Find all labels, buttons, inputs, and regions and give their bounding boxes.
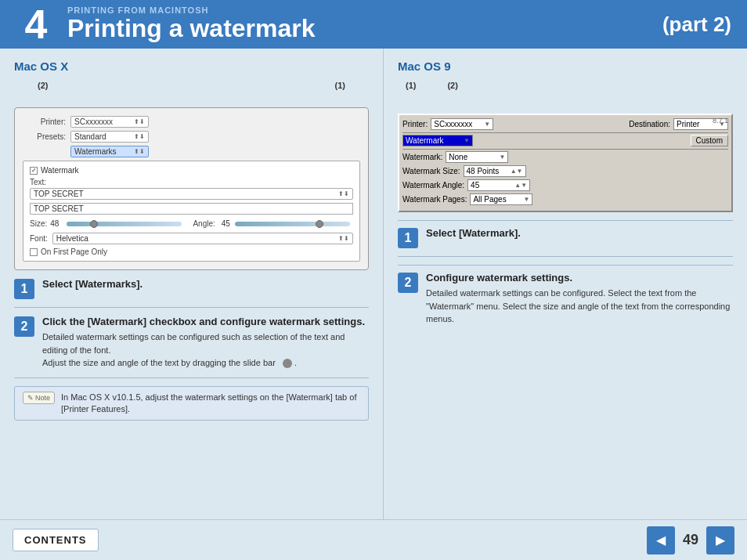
macosx-step1-title: Select [Watermarks]. (42, 278, 369, 290)
mac9-step2-desc: Detailed watermark settings can be confi… (426, 287, 733, 326)
mac9-size-select[interactable]: 48 Points ▲▼ (464, 165, 526, 177)
note-text: In Mac OS X v10.1.5, adjust the watermar… (61, 392, 360, 416)
wm-onpage-label: On First Page Only (41, 247, 107, 256)
note-icon: ✎ Note (23, 392, 55, 404)
mac9-tab-label: Watermark (406, 136, 444, 145)
wm-font-select[interactable]: Helvetica ⬆⬇ (52, 233, 353, 244)
mac9-watermark-value: None (449, 153, 467, 161)
mac9-title: Mac OS 9 (398, 60, 733, 73)
mac9-printer-value: SCxxxxxxx (434, 120, 472, 128)
macosx-screenshot-area: (2) (1) Printer: SCxxxxxxx ⬆⬇ Presets: (14, 81, 369, 270)
chapter-number: 4 (13, 4, 60, 45)
mac9-size-value: 48 Points (467, 167, 500, 175)
wm-text-label: Text: (30, 178, 353, 186)
pencil-icon: ✎ (27, 394, 34, 402)
mac9-version: 8.7.1 (713, 117, 728, 125)
slidebar-icon (283, 359, 292, 368)
macosx-step1-number: 1 (14, 279, 34, 299)
macosx-callout2: (2) (38, 81, 48, 90)
watermark-checkbox[interactable]: ✓ (30, 167, 38, 175)
mac9-watermark-select[interactable]: None ▼ (446, 151, 508, 163)
macosx-step2-content: Click the [Watermark] checkbox and confi… (42, 316, 369, 370)
macosx-callout1: (1) (335, 81, 345, 90)
page-header: 4 PRINTING FROM MACINTOSH Printing a wat… (0, 0, 747, 49)
mac9-step2-title: Configure watermark settings. (426, 272, 733, 284)
wm-angle-slider-thumb[interactable] (316, 220, 323, 228)
note-box: ✎ Note In Mac OS X v10.1.5, adjust the w… (14, 386, 369, 421)
mac9-angle-row: Watermark Angle: 45 ▲▼ (402, 179, 728, 191)
mac9-printer-select[interactable]: SCxxxxxxx ▼ (431, 118, 493, 130)
next-page-button[interactable]: ▶ (706, 526, 734, 555)
mac9-step2: 2 Configure watermark settings. Detailed… (398, 272, 733, 334)
mac9-watermark-row: Watermark: None ▼ (402, 151, 728, 163)
mac9-size-row: Watermark Size: 48 Points ▲▼ (402, 165, 728, 177)
mac9-section: Mac OS 9 (1) (2) 8.7.1 Printer: SCxxxxxx… (384, 49, 747, 519)
macosx-callouts: (2) (1) (14, 81, 369, 90)
wm-font-label: Font: (30, 234, 48, 243)
mac9-callout1: (1) (406, 81, 416, 90)
watermarks-row: Watermarks ⬆⬇ (23, 146, 360, 157)
mac9-tab-arrow-icon: ▼ (464, 137, 470, 144)
mac9-angle-label: Watermark Angle: (402, 181, 464, 190)
wm-text-dropdown-value: TOP SECRET (34, 190, 84, 198)
footer-nav: ◀ 49 ▶ (647, 526, 734, 555)
macosx-section: Mac OS X (2) (1) Printer: SCxxxxxxx ⬆⬇ (0, 49, 384, 519)
mac9-pages-value: All Pages (473, 195, 506, 204)
wm-text-field-value: TOP SECRET (34, 204, 84, 213)
mac9-callouts: (1) (2) (398, 81, 733, 90)
mac9-size-label: Watermark Size: (402, 167, 460, 175)
wm-font-value: Helvetica (56, 234, 88, 243)
prev-page-button[interactable]: ◀ (647, 526, 675, 555)
wm-angle-label: Angle: (193, 219, 215, 228)
mac9-watermark-label: Watermark: (402, 153, 442, 161)
header-part: (part 2) (662, 13, 731, 37)
header-text-block: PRINTING FROM MACINTOSH Printing a water… (67, 5, 316, 42)
presets-label: Presets: (23, 132, 66, 141)
printer-select[interactable]: SCxxxxxxx ⬆⬇ (70, 116, 149, 128)
page-footer: CONTENTS ◀ 49 ▶ (0, 519, 747, 560)
mac9-step2-number: 2 (398, 273, 418, 293)
wm-size-value: 48 (50, 219, 59, 228)
wm-text-field[interactable]: TOP SECRET (30, 203, 353, 215)
header-title: Printing a watermark (67, 15, 316, 42)
mac9-step-separator (398, 265, 733, 266)
wm-text-dropdown[interactable]: TOP SECRET ⬆⬇ (30, 188, 353, 200)
mac9-step1-number: 1 (398, 228, 418, 248)
presets-value: Standard (74, 132, 106, 141)
main-content: Mac OS X (2) (1) Printer: SCxxxxxxx ⬆⬇ (0, 49, 747, 519)
wm-angle-slider[interactable] (235, 222, 350, 226)
mac9-watermark-tab[interactable]: Watermark ▼ (402, 135, 473, 146)
printer-row: Printer: SCxxxxxxx ⬆⬇ (23, 116, 360, 128)
printer-arrow-icon: ⬆⬇ (134, 118, 145, 125)
wm-font-arrow-icon: ⬆⬇ (338, 235, 349, 242)
mac9-pages-select[interactable]: All Pages ▼ (470, 193, 532, 205)
macosx-step2: 2 Click the [Watermark] checkbox and con… (14, 316, 369, 378)
wm-size-label: Size: (30, 219, 47, 228)
mac9-step1-content: Select [Watermark]. (426, 227, 733, 242)
wm-font-row: Font: Helvetica ⬆⬇ (30, 233, 353, 244)
wm-size-slider-thumb[interactable] (90, 220, 98, 228)
mac9-tab-row: Watermark ▼ Custom (402, 135, 728, 146)
presets-row: Presets: Standard ⬆⬇ (23, 131, 360, 143)
wm-angle-value: 45 (222, 219, 230, 228)
mac9-pages-arrow-icon: ▼ (524, 196, 530, 203)
mac9-printer-arrow-icon: ▼ (484, 121, 490, 128)
wm-size-slider[interactable] (67, 222, 182, 226)
mac9-angle-value: 45 (471, 181, 479, 190)
mac9-pages-row: Watermark Pages: All Pages ▼ (402, 193, 728, 205)
mac9-printer-label: Printer: (402, 120, 428, 128)
wm-onpage-checkbox[interactable] (30, 248, 38, 256)
presets-select[interactable]: Standard ⬆⬇ (70, 131, 149, 143)
macosx-step2-number: 2 (14, 316, 34, 337)
macosx-step1-content: Select [Watermarks]. (42, 278, 369, 293)
mac9-dest-label: Destination: (629, 120, 670, 128)
mac9-angle-select[interactable]: 45 ▲▼ (467, 179, 530, 191)
contents-button[interactable]: CONTENTS (13, 529, 99, 551)
watermarks-select[interactable]: Watermarks ⬆⬇ (70, 146, 149, 157)
mac9-custom-button[interactable]: Custom (691, 135, 728, 146)
printer-label: Printer: (23, 117, 66, 126)
mac9-printer-row: Printer: SCxxxxxxx ▼ Destination: Printe… (402, 118, 728, 130)
mac9-callout2: (2) (447, 81, 457, 90)
watermark-checkbox-label: Watermark (41, 166, 79, 175)
mac9-divider2 (402, 149, 728, 150)
